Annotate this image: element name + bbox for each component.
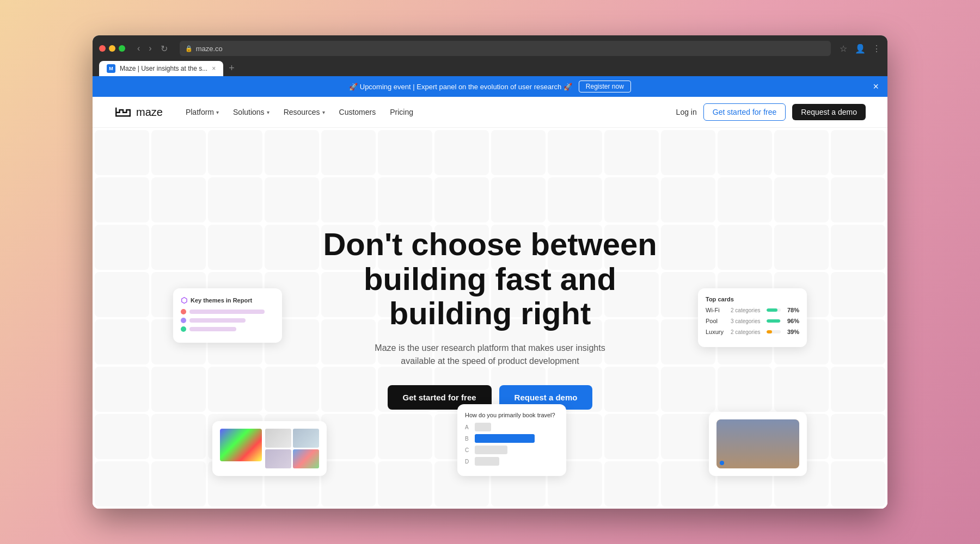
survey-option-b: B xyxy=(465,434,559,443)
survey-bar-a xyxy=(475,423,491,431)
survey-bar-b xyxy=(475,434,535,443)
maximize-traffic-light[interactable] xyxy=(119,45,125,52)
browser-tabs: M Maze | User insights at the s... × + xyxy=(99,60,881,76)
top-card-luxury: Luxury 2 categories 39% xyxy=(706,329,799,335)
nav-customers[interactable]: Customers xyxy=(334,104,382,120)
wifi-bar xyxy=(767,308,777,312)
top-card-pool: Pool 3 categories 96% xyxy=(706,318,799,324)
nav-pricing-label: Pricing xyxy=(390,108,413,116)
heatmap-thumb-1 xyxy=(265,429,291,448)
key-themes-card: ⬡ Key themes in Report xyxy=(173,288,282,343)
nav-actions: Log in Get started for free Request a de… xyxy=(676,103,866,121)
survey-option-a: A xyxy=(465,423,559,431)
get-started-nav-button[interactable]: Get started for free xyxy=(703,103,786,121)
announcement-bar: 🚀 Upcoming event | Expert panel on the e… xyxy=(93,76,887,97)
theme-bar-3 xyxy=(189,327,236,331)
tab-close-icon[interactable]: × xyxy=(212,65,216,72)
hero-section: // Generate tiles dynamically below Don'… xyxy=(93,128,887,509)
refresh-button[interactable]: ↻ xyxy=(157,42,171,55)
logo[interactable]: maze xyxy=(114,106,163,119)
theme-row-2 xyxy=(181,318,274,323)
nav-resources[interactable]: Resources ▾ xyxy=(278,104,330,120)
survey-bar-d xyxy=(475,457,499,466)
request-demo-nav-button[interactable]: Request a demo xyxy=(792,104,866,120)
browser-nav-buttons: ‹ › ↻ xyxy=(134,42,171,55)
nav-platform-label: Platform xyxy=(186,108,214,116)
key-themes-title: ⬡ Key themes in Report xyxy=(181,296,274,305)
top-card-wifi: Wi-Fi 2 categories 78% xyxy=(706,307,799,313)
nav-links: Platform ▾ Solutions ▾ Resources ▾ Custo… xyxy=(180,104,676,120)
browser-window: ‹ › ↻ 🔒 maze.co ☆ 👤 ⋮ M Maze | User insi… xyxy=(93,35,887,509)
tab-favicon: M xyxy=(107,64,115,73)
traffic-lights xyxy=(99,45,125,52)
nav-solutions[interactable]: Solutions ▾ xyxy=(228,104,275,120)
menu-icon[interactable]: ⋮ xyxy=(872,44,881,54)
heatmap-visualization xyxy=(220,429,262,461)
resources-chevron-icon: ▾ xyxy=(322,109,325,115)
nav-customers-label: Customers xyxy=(339,108,376,116)
video-person-image xyxy=(716,419,799,468)
nav-resources-label: Resources xyxy=(284,108,320,116)
nav-pricing[interactable]: Pricing xyxy=(384,104,419,120)
survey-option-d: D xyxy=(465,457,559,466)
tab-title: Maze | User insights at the s... xyxy=(120,65,207,72)
nav-solutions-label: Solutions xyxy=(233,108,265,116)
theme-row-1 xyxy=(181,309,274,314)
logo-text: maze xyxy=(136,106,163,119)
top-cards-title: Top cards xyxy=(706,296,799,302)
hero-title: Don't choose between building fast and b… xyxy=(323,227,657,331)
video-thumbnail[interactable] xyxy=(716,419,799,468)
video-card xyxy=(709,412,807,476)
profile-icon[interactable]: 👤 xyxy=(855,44,866,54)
pool-bar xyxy=(767,319,780,323)
new-tab-button[interactable]: + xyxy=(224,60,239,76)
video-play-indicator xyxy=(720,461,724,465)
luxury-bar-wrap xyxy=(767,330,781,333)
heatmap-thumbnails xyxy=(265,429,319,468)
maze-logo-icon xyxy=(114,106,132,118)
solutions-chevron-icon: ▾ xyxy=(267,109,270,115)
top-cards-card: Top cards Wi-Fi 2 categories 78% Pool 3 … xyxy=(698,288,807,347)
active-tab[interactable]: M Maze | User insights at the s... × xyxy=(99,61,223,76)
platform-chevron-icon: ▾ xyxy=(216,109,219,115)
url-text: maze.co xyxy=(196,45,223,53)
browser-controls: ‹ › ↻ 🔒 maze.co ☆ 👤 ⋮ xyxy=(99,41,881,56)
survey-question: How do you primarily book travel? xyxy=(465,412,559,418)
theme-bar-1 xyxy=(189,310,265,314)
luxury-bar xyxy=(767,330,772,333)
address-bar[interactable]: 🔒 maze.co xyxy=(180,41,831,56)
theme-dot-3 xyxy=(181,326,186,332)
wifi-bar-wrap xyxy=(767,308,781,312)
navbar: maze Platform ▾ Solutions ▾ Resources ▾ … xyxy=(93,97,887,128)
heatmap-thumb-4 xyxy=(293,449,319,468)
browser-chrome: ‹ › ↻ 🔒 maze.co ☆ 👤 ⋮ M Maze | User insi… xyxy=(93,35,887,76)
forward-button[interactable]: › xyxy=(145,42,155,55)
website-content: 🚀 Upcoming event | Expert panel on the e… xyxy=(93,76,887,509)
login-button[interactable]: Log in xyxy=(676,108,697,116)
survey-option-c: C xyxy=(465,446,559,454)
announcement-text: 🚀 Upcoming event | Expert panel on the e… xyxy=(349,83,572,91)
hero-subtitle: Maze is the user research platform that … xyxy=(365,342,615,368)
back-button[interactable]: ‹ xyxy=(134,42,143,55)
survey-card: How do you primarily book travel? A B C … xyxy=(457,404,566,476)
minimize-traffic-light[interactable] xyxy=(109,45,115,52)
announcement-close-button[interactable]: × xyxy=(873,81,879,92)
heatmap-thumb-2 xyxy=(293,429,319,448)
nav-platform[interactable]: Platform ▾ xyxy=(180,104,224,120)
theme-row-3 xyxy=(181,326,274,332)
theme-bar-2 xyxy=(189,318,246,323)
theme-dot-2 xyxy=(181,318,186,323)
heatmap-thumb-3 xyxy=(265,449,291,468)
bookmark-icon[interactable]: ☆ xyxy=(840,44,847,54)
close-traffic-light[interactable] xyxy=(99,45,106,52)
heatmap-card xyxy=(212,421,327,476)
pool-bar-wrap xyxy=(767,319,781,323)
register-button[interactable]: Register now xyxy=(579,81,631,92)
theme-dot-1 xyxy=(181,309,186,314)
survey-bar-c xyxy=(475,446,507,454)
